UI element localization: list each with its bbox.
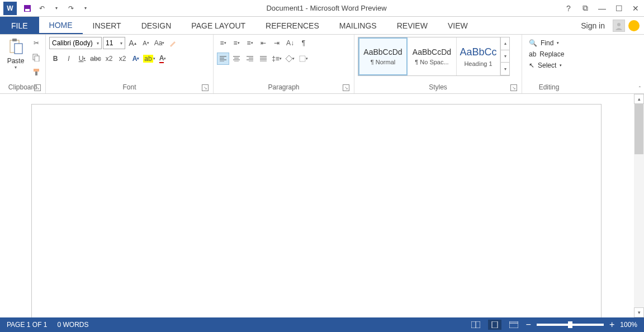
style-no-spacing[interactable]: AaBbCcDd ¶ No Spac...: [408, 37, 457, 75]
decrease-indent-icon[interactable]: ⇤: [257, 37, 269, 49]
redo-icon[interactable]: ↷: [66, 3, 76, 13]
styles-more-icon[interactable]: ▾: [501, 63, 509, 75]
paragraph-launcher-icon[interactable]: ↘: [343, 84, 349, 91]
format-painter-icon[interactable]: [30, 66, 42, 78]
copy-icon[interactable]: [30, 51, 42, 64]
strikethrough-icon[interactable]: abc: [89, 53, 102, 65]
ribbon-display-options-icon[interactable]: ⧉: [577, 0, 594, 17]
select-button[interactable]: ↖Select▾: [529, 61, 564, 69]
style-normal[interactable]: AaBbCcDd ¶ Normal: [358, 37, 408, 75]
font-name-selector[interactable]: Calibri (Body)▾: [49, 37, 102, 49]
align-left-icon[interactable]: [217, 53, 229, 65]
tab-mailings[interactable]: MAILINGS: [329, 17, 387, 34]
select-label: Select: [538, 61, 556, 69]
scroll-thumb[interactable]: [634, 104, 643, 154]
style-name: ¶ Normal: [371, 59, 395, 65]
zoom-in-button[interactable]: +: [609, 320, 614, 330]
shading-icon[interactable]: ▾: [284, 53, 296, 65]
print-layout-icon[interactable]: [488, 320, 501, 330]
feedback-smiley-icon[interactable]: [628, 20, 640, 31]
tab-design[interactable]: DESIGN: [131, 17, 182, 34]
close-icon[interactable]: ✕: [627, 0, 644, 17]
clear-formatting-icon[interactable]: [167, 37, 179, 49]
paste-dropdown-icon[interactable]: ▾: [15, 65, 17, 70]
numbering-icon[interactable]: ≡▾: [230, 37, 243, 49]
user-avatar-icon[interactable]: [613, 20, 625, 32]
align-center-icon[interactable]: [230, 53, 243, 65]
read-mode-icon[interactable]: [469, 320, 482, 330]
font-color-icon[interactable]: A▾: [157, 53, 169, 65]
superscript-icon[interactable]: x2: [116, 53, 129, 65]
tab-file[interactable]: FILE: [0, 17, 39, 34]
scroll-up-icon[interactable]: ▴: [634, 94, 644, 104]
undo-dropdown-icon[interactable]: ▾: [51, 3, 61, 13]
multilevel-list-icon[interactable]: ≡▾: [244, 37, 256, 49]
style-name: ¶ No Spac...: [415, 59, 448, 65]
tab-references[interactable]: REFERENCES: [255, 17, 329, 34]
svg-rect-5: [15, 44, 22, 54]
italic-icon[interactable]: I: [63, 53, 75, 65]
styles-launcher-icon[interactable]: ↘: [510, 84, 517, 91]
tab-view[interactable]: VIEW: [438, 17, 478, 34]
svg-rect-4: [12, 39, 17, 41]
zoom-slider[interactable]: [537, 324, 604, 326]
tab-insert[interactable]: INSERT: [83, 17, 131, 34]
minimize-icon[interactable]: —: [594, 0, 610, 17]
styles-down-icon[interactable]: ▾: [501, 50, 509, 63]
justify-icon[interactable]: [257, 53, 269, 65]
find-icon: 🔍: [529, 39, 537, 47]
align-right-icon[interactable]: [244, 53, 256, 65]
tab-review[interactable]: REVIEW: [387, 17, 438, 34]
svg-rect-26: [300, 56, 305, 61]
group-clipboard: Paste ▾ ✂ Clipboard↘: [0, 35, 46, 93]
sign-in-link[interactable]: Sign in: [576, 21, 609, 30]
group-styles: AaBbCcDd ¶ Normal AaBbCcDd ¶ No Spac... …: [354, 35, 522, 93]
font-size-selector[interactable]: 11▾: [103, 37, 125, 49]
paste-button[interactable]: Paste ▾: [3, 37, 28, 71]
zoom-out-button[interactable]: −: [526, 320, 531, 330]
clipboard-launcher-icon[interactable]: ↘: [34, 84, 41, 91]
underline-icon[interactable]: U▾: [76, 53, 88, 65]
change-case-icon[interactable]: Aa▾: [153, 37, 165, 49]
replace-icon: ab: [529, 50, 536, 58]
grow-font-icon[interactable]: A▴: [126, 37, 139, 49]
clipboard-group-label: Clipboard: [8, 83, 37, 91]
styles-up-icon[interactable]: ▴: [501, 37, 509, 50]
bullets-icon[interactable]: ≡▾: [217, 37, 229, 49]
replace-button[interactable]: abReplace: [529, 50, 564, 58]
sort-icon[interactable]: A↓: [284, 37, 296, 49]
page-count-label[interactable]: PAGE 1 OF 1: [7, 321, 47, 329]
zoom-level-label[interactable]: 100%: [620, 321, 637, 329]
collapse-ribbon-icon[interactable]: ˆ: [639, 86, 641, 92]
select-icon: ↖: [529, 61, 534, 69]
ribbon: Paste ▾ ✂ Clipboard↘ Calibri (Body)▾ 11▾…: [0, 35, 644, 94]
shrink-font-icon[interactable]: A▾: [140, 37, 152, 49]
group-font: Calibri (Body)▾ 11▾ A▴ A▾ Aa▾ B I U▾ abc…: [46, 35, 214, 93]
style-preview: AaBbCc: [460, 46, 496, 58]
text-effects-icon[interactable]: A▾: [130, 53, 142, 65]
font-group-label: Font: [122, 83, 136, 91]
web-layout-icon[interactable]: [507, 320, 520, 330]
undo-icon[interactable]: ↶: [37, 3, 47, 13]
tab-page-layout[interactable]: PAGE LAYOUT: [181, 17, 255, 34]
word-count-label[interactable]: 0 WORDS: [57, 321, 88, 329]
svg-rect-29: [492, 321, 498, 328]
cut-icon[interactable]: ✂: [30, 37, 42, 49]
show-hide-icon[interactable]: ¶: [297, 37, 310, 49]
scroll-down-icon[interactable]: ▾: [634, 307, 644, 317]
document-page[interactable]: [31, 104, 602, 317]
qat-customize-icon[interactable]: ▾: [80, 3, 91, 13]
help-icon[interactable]: ?: [560, 0, 577, 17]
borders-icon[interactable]: ▾: [297, 53, 310, 65]
save-icon[interactable]: [22, 3, 32, 13]
increase-indent-icon[interactable]: ⇥: [271, 37, 283, 49]
tab-home[interactable]: HOME: [39, 17, 83, 34]
style-heading-1[interactable]: AaBbCc Heading 1: [457, 37, 500, 75]
font-launcher-icon[interactable]: ↘: [202, 84, 209, 91]
line-spacing-icon[interactable]: ‡≡▾: [271, 53, 283, 65]
highlight-icon[interactable]: ab▾: [143, 53, 155, 65]
find-button[interactable]: 🔍Find▾: [529, 39, 564, 47]
subscript-icon[interactable]: x2: [103, 53, 115, 65]
bold-icon[interactable]: B: [49, 53, 61, 65]
maximize-icon[interactable]: ☐: [610, 0, 627, 17]
